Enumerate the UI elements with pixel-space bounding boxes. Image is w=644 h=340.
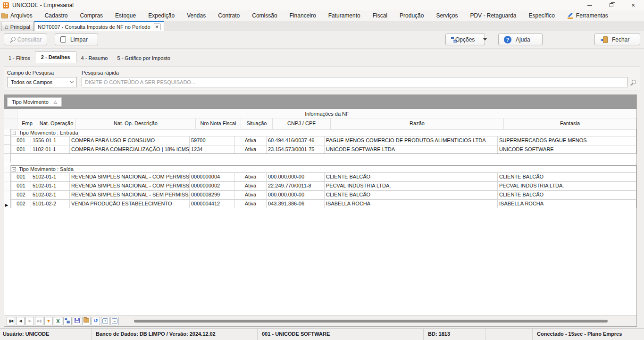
cell: ISABELLA ROCHA xyxy=(325,200,498,208)
menu-item-vendas[interactable]: Vendas xyxy=(187,12,206,19)
menu-item-faturamento[interactable]: Faturamento xyxy=(328,12,360,19)
table-row[interactable]: 0011556-01-1COMPRA PARA USO E CONSUMO597… xyxy=(4,136,636,145)
open-layout-button[interactable] xyxy=(82,317,91,325)
row-indicator-cell xyxy=(4,154,11,162)
opcoes-button[interactable]: Opções xyxy=(445,34,485,45)
restore-button[interactable] xyxy=(601,0,622,10)
status-connection: Conectado - 15sec - Plano Empres xyxy=(537,331,622,337)
tab-label: NOT0007 - Consulta Impostos de NF no Per… xyxy=(38,24,150,30)
first-record-button[interactable]: ▮◀ xyxy=(7,317,15,325)
group-row[interactable]: −Tipo Movimento : Entrada xyxy=(4,129,636,136)
collapse-all-button[interactable]: − xyxy=(110,317,119,325)
search-icon xyxy=(9,36,13,43)
row-cells: 0015102-01-1REVENDA SIMPLES NACIONAL - C… xyxy=(11,172,636,181)
tab-2-detalhes[interactable]: 2 - Detalhes xyxy=(35,51,76,63)
group-by-chip-tipo-movimento[interactable]: Tipo Movimento △ xyxy=(7,97,62,107)
column-header-nro-nota-fiscal[interactable]: Nro Nota Fiscal xyxy=(196,119,241,129)
tab-4-resumo[interactable]: 4 - Resumo xyxy=(76,53,113,63)
tools-icon xyxy=(567,12,574,19)
group-row[interactable]: −Tipo Movimento : Saída xyxy=(4,165,636,172)
quick-search-input[interactable] xyxy=(82,77,627,87)
header-spacer xyxy=(4,119,17,129)
excel-export-button[interactable]: X xyxy=(54,317,62,325)
view-tabs: 1 - Filtros2 - Detalhes4 - Resumo5 - Grá… xyxy=(0,49,644,63)
column-header-fantasia[interactable]: Fantasia xyxy=(504,119,636,129)
grid-layout-button[interactable] xyxy=(63,317,72,325)
prior-record-button[interactable]: ◀ xyxy=(16,317,25,325)
cell: 001 xyxy=(11,182,31,190)
tab-close-button[interactable]: ✕ xyxy=(154,24,160,30)
status-user: Usuário: UNICODE xyxy=(3,331,49,337)
minimize-button[interactable] xyxy=(579,0,601,10)
close-button[interactable]: ✕ xyxy=(622,0,644,10)
menu-item-estoque[interactable]: Estoque xyxy=(115,12,136,19)
column-header-situacao[interactable]: Situação xyxy=(241,119,273,129)
cell: CLIENTE BALCÃO xyxy=(325,191,498,199)
menu-item-financeiro[interactable]: Financeiro xyxy=(290,12,316,19)
fechar-button[interactable]: ◀ Fechar xyxy=(594,34,640,45)
limpar-button[interactable]: Limpar xyxy=(55,34,98,45)
consultar-button[interactable]: Consultar xyxy=(4,34,47,45)
menu-item-servicos[interactable]: Serviços xyxy=(436,12,458,19)
grid-layout-icon xyxy=(64,317,71,325)
chevron-down-icon[interactable] xyxy=(483,38,487,41)
prior-record-icon: ◀ xyxy=(19,319,21,323)
cell: UNICODE SOFTWARE xyxy=(498,145,636,153)
column-header-emp[interactable]: Emp xyxy=(17,119,37,129)
undo-refresh-button[interactable]: ↺ xyxy=(92,317,100,325)
tab-1-filtros[interactable]: 1 - Filtros xyxy=(4,53,35,63)
app-icon xyxy=(3,2,9,8)
expand-all-button[interactable]: + xyxy=(101,317,109,325)
tab-active-document[interactable]: NOT0007 - Consulta Impostos de NF no Per… xyxy=(34,21,164,31)
cell: 0000000002 xyxy=(190,182,235,190)
collapse-group-icon[interactable]: − xyxy=(12,167,16,171)
menu-item-label: Produção xyxy=(400,12,424,19)
column-header-nat-op-descricao[interactable]: Nat. Op. Descrição xyxy=(76,119,196,129)
menu-item-cadastro[interactable]: Cadastro xyxy=(45,12,68,19)
expand-all-icon: + xyxy=(102,318,108,324)
column-header-razao[interactable]: Razão xyxy=(331,119,504,129)
table-row[interactable]: 0015102-01-1REVENDA SIMPLES NACIONAL - C… xyxy=(4,172,636,181)
table-row[interactable]: 0015102-01-1REVENDA SIMPLES NACIONAL - C… xyxy=(4,181,636,190)
status-divider xyxy=(423,329,424,340)
table-row[interactable]: ▶0025101-02-2VENDA PRODUÇÃO ESTABELECIME… xyxy=(4,199,636,208)
table-row[interactable]: 0011102-01-1COMPRA PARA COMERCIALIZAÇÃO … xyxy=(4,145,636,154)
last-record-button[interactable]: ▶▮ xyxy=(35,317,43,325)
next-record-button[interactable]: ▶ xyxy=(25,317,34,325)
menu-item-comissao[interactable]: Comissão xyxy=(252,12,277,19)
filter-button[interactable]: ▼ xyxy=(44,317,53,325)
menu-item-label: Serviços xyxy=(436,12,458,19)
menu-item-expedicao[interactable]: Expedição xyxy=(148,12,175,19)
cell: 5102-02-1 xyxy=(31,191,70,199)
menu-item-label: Contrato xyxy=(218,12,240,19)
row-indicator-cell xyxy=(4,190,11,199)
save-layout-icon xyxy=(75,318,80,324)
undo-refresh-icon: ↺ xyxy=(93,318,98,324)
menu-item-contrato[interactable]: Contrato xyxy=(218,12,240,19)
cell: 1102-01-1 xyxy=(31,145,70,153)
scrollbar-thumb[interactable] xyxy=(134,320,608,323)
menu-item-compras[interactable]: Compras xyxy=(80,12,103,19)
menu-item-producao[interactable]: Produção xyxy=(400,12,424,19)
table-row[interactable]: 0025102-02-1REVENDA SIMPLES NACIONAL - S… xyxy=(4,190,636,199)
status-divider xyxy=(91,329,92,340)
ajuda-button[interactable]: ? Ajuda xyxy=(498,34,543,45)
tab-label: Principal xyxy=(10,24,30,30)
search-icon[interactable] xyxy=(630,79,637,86)
status-company: 001 - UNICODE SOFTWARE xyxy=(262,331,330,337)
menu-item-arquivos[interactable]: Arquivos xyxy=(1,12,33,19)
column-header-nat-operacao[interactable]: Nat. Operação xyxy=(37,119,76,129)
restore-icon xyxy=(610,3,613,7)
save-layout-button[interactable] xyxy=(73,317,81,325)
column-header-cnpj-cpf[interactable]: CNPJ / CPF xyxy=(273,119,331,129)
cell: PAGUE MENOS COMERCIO DE PRODUTOS ALIMENT… xyxy=(325,136,498,145)
menu-item-pdv-retaguarda[interactable]: PDV - Retaguarda xyxy=(470,12,516,19)
tab-principal[interactable]: ⌂ Principal xyxy=(1,22,34,31)
collapse-group-icon[interactable]: − xyxy=(12,131,16,135)
menu-item-ferramentas[interactable]: Ferramentas xyxy=(567,12,608,19)
menu-item-especifico[interactable]: Específico xyxy=(528,12,554,19)
header-spacer xyxy=(4,109,17,118)
search-field-select[interactable]: Todos os Campos xyxy=(7,77,77,87)
menu-item-fiscal[interactable]: Fiscal xyxy=(373,12,387,19)
tab-5-grafico-por-imposto[interactable]: 5 - Gráfico por Imposto xyxy=(112,53,175,63)
